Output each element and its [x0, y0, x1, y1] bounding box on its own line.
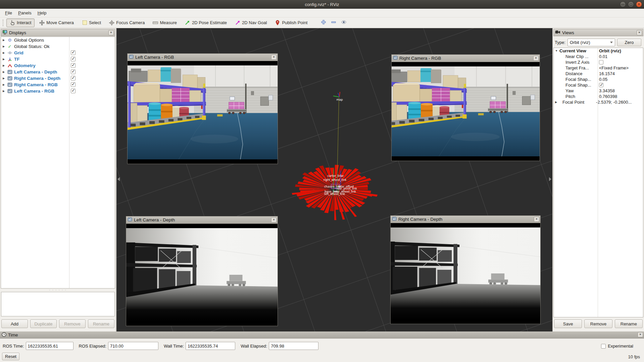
display-row-right-camera-rgb[interactable]: ▶ Right Camera - RGB	[1, 82, 115, 88]
time-panel-header[interactable]: Time ✕	[0, 331, 644, 339]
add-tool-plus-icon[interactable]	[321, 19, 326, 26]
close-icon[interactable]: ✕	[271, 55, 277, 60]
grid-checkbox[interactable]	[71, 50, 76, 55]
right-camera-rgb-panel[interactable]: Right Camera - RGB ✕	[391, 54, 540, 161]
invert-z-checkbox[interactable]	[599, 60, 603, 64]
tool-2d-nav-goal[interactable]: 2D Nav Goal	[232, 18, 270, 27]
tool-measure[interactable]: Measure	[149, 18, 180, 27]
left-camera-depth-checkbox[interactable]	[71, 69, 76, 74]
wall-time-input[interactable]	[186, 342, 235, 350]
ros-elapsed-input[interactable]	[108, 342, 158, 350]
remove-button[interactable]: Remove	[59, 319, 86, 328]
right-camera-rgb-header[interactable]: Right Camera - RGB ✕	[392, 55, 540, 62]
tool-focus-camera[interactable]: Focus Camera	[106, 18, 148, 27]
view-row-near-clip[interactable]: Near Clip ... 0.01	[554, 54, 643, 59]
tool-2d-pose-estimate[interactable]: 2D Pose Estimate	[182, 18, 230, 27]
rename-button[interactable]: Rename	[88, 319, 114, 328]
left-camera-rgb-panel[interactable]: Left Camera - RGB ✕	[127, 53, 278, 164]
view-row-distance[interactable]: Distance 16.1574	[554, 71, 643, 76]
views-panel-header[interactable]: Views ✕	[553, 29, 643, 36]
collapse-right-dock-icon[interactable]	[549, 177, 551, 181]
left-camera-rgb-checkbox[interactable]	[71, 89, 76, 93]
view-row-target-frame[interactable]: Target Fra... <Fixed Frame>	[554, 65, 643, 71]
view-row-focal-shape-fixed[interactable]: Focal Shap...	[554, 82, 643, 88]
tool-interact[interactable]: Interact	[6, 18, 35, 27]
expander-icon[interactable]: ▶	[3, 83, 7, 86]
focus-camera-icon	[109, 20, 114, 25]
expander-icon[interactable]: ▶	[555, 101, 559, 104]
display-row-grid[interactable]: ▶ Grid	[1, 50, 115, 56]
maximize-button[interactable]: ▢	[628, 1, 634, 7]
view-row-focal-point[interactable]: ▶ Focal Point -2.5379; -0.2600...	[554, 99, 643, 105]
view-type-select[interactable]: Orbit (rviz)	[567, 39, 615, 46]
views-close-icon[interactable]: ✕	[637, 30, 642, 35]
menu-panels[interactable]: Panels	[15, 9, 35, 17]
views-panel-title: Views	[562, 30, 574, 35]
views-remove-button[interactable]: Remove	[584, 319, 612, 328]
expander-icon[interactable]: ▶	[3, 45, 7, 48]
display-row-right-camera-depth[interactable]: ▶ Right Camera - Depth	[1, 75, 115, 82]
display-row-odometry[interactable]: ▶ Odometry	[1, 62, 115, 69]
tf-checkbox[interactable]	[71, 57, 76, 61]
right-camera-depth-image	[391, 223, 540, 324]
left-camera-depth-panel[interactable]: Left Camera - Depth ✕	[126, 216, 278, 326]
tool-move-camera[interactable]: Move Camera	[36, 18, 77, 27]
tool-properties-eye-icon[interactable]	[341, 20, 347, 25]
experimental-checkbox[interactable]	[601, 344, 606, 349]
view-row-current-view[interactable]: ▼ Current View Orbit (rviz)	[554, 48, 643, 54]
expander-down-icon[interactable]: ▼	[555, 49, 559, 52]
expander-icon[interactable]: ▶	[3, 70, 7, 73]
view-row-yaw[interactable]: Yaw 3.34358	[554, 88, 643, 94]
view-row-invert-z[interactable]: Invert Z Axis	[554, 59, 643, 65]
left-camera-depth-header[interactable]: Left Camera - Depth ✕	[126, 216, 278, 224]
ros-time-input[interactable]	[26, 342, 73, 350]
tool-publish-point[interactable]: Publish Point	[271, 18, 311, 27]
menu-file[interactable]: File	[2, 9, 15, 17]
menu-help[interactable]: Help	[35, 9, 50, 17]
right-camera-depth-panel[interactable]: Right Camera - Depth ✕	[390, 215, 541, 324]
image-icon	[128, 217, 132, 222]
close-button[interactable]: ✕	[636, 1, 642, 7]
view-row-pitch[interactable]: Pitch 0.760398	[554, 94, 643, 99]
close-icon[interactable]: ✕	[534, 217, 539, 222]
right-camera-depth-header[interactable]: Right Camera - Depth ✕	[391, 216, 540, 223]
expander-icon[interactable]: ▶	[3, 77, 7, 80]
zero-button[interactable]: Zero	[617, 39, 641, 46]
minimize-button[interactable]: —	[620, 1, 626, 7]
views-rename-button[interactable]: Rename	[615, 319, 643, 328]
displays-close-icon[interactable]: ✕	[108, 30, 114, 35]
collapse-left-dock-icon[interactable]	[117, 177, 120, 181]
display-row-left-camera-rgb[interactable]: ▶ Left Camera - RGB	[1, 88, 115, 94]
display-row-left-camera-depth[interactable]: ▶ Left Camera - Depth	[1, 69, 115, 75]
expander-icon[interactable]: ▶	[3, 51, 7, 54]
left-camera-rgb-header[interactable]: Left Camera - RGB ✕	[128, 54, 278, 61]
odometry-checkbox[interactable]	[71, 63, 76, 68]
close-icon[interactable]: ✕	[271, 217, 277, 222]
expander-icon[interactable]: ▶	[3, 39, 7, 42]
duplicate-button[interactable]: Duplicate	[30, 319, 57, 328]
remove-tool-minus-icon[interactable]	[331, 19, 336, 26]
displays-panel-header[interactable]: Displays ✕	[1, 29, 115, 36]
focal-shape-checkbox[interactable]	[599, 83, 603, 87]
tool-select[interactable]: Select	[79, 18, 104, 27]
view-row-focal-shape-size[interactable]: Focal Shap... 0.05	[554, 76, 643, 82]
expander-icon[interactable]: ▶	[3, 64, 7, 67]
save-button[interactable]: Save	[554, 319, 582, 328]
render-viewport[interactable]: carter_lidar right_wheel_link chassis_li…	[116, 28, 552, 331]
add-button[interactable]: Add	[1, 319, 28, 328]
right-camera-rgb-checkbox[interactable]	[71, 82, 76, 87]
expander-icon[interactable]: ▶	[3, 90, 7, 93]
toolbar-grip[interactable]	[3, 19, 4, 26]
display-row-global-status[interactable]: ▶ ✓ Global Status: Ok	[1, 43, 115, 50]
reset-button[interactable]: Reset	[2, 353, 19, 360]
display-row-tf[interactable]: ▶ TF	[1, 56, 115, 62]
right-camera-depth-checkbox[interactable]	[71, 76, 76, 81]
time-close-icon[interactable]: ✕	[638, 332, 643, 337]
close-icon[interactable]: ✕	[533, 56, 539, 61]
panel-splitter[interactable]: · · · · · ·	[1, 289, 115, 291]
expander-icon[interactable]: ▶	[3, 58, 7, 61]
display-row-global-options[interactable]: ▶ ⚙ Global Options	[1, 37, 115, 43]
image-icon	[393, 56, 398, 61]
window-titlebar[interactable]: config.rviz* - RViz — ▢ ✕	[0, 0, 644, 9]
wall-elapsed-input[interactable]	[269, 342, 318, 350]
